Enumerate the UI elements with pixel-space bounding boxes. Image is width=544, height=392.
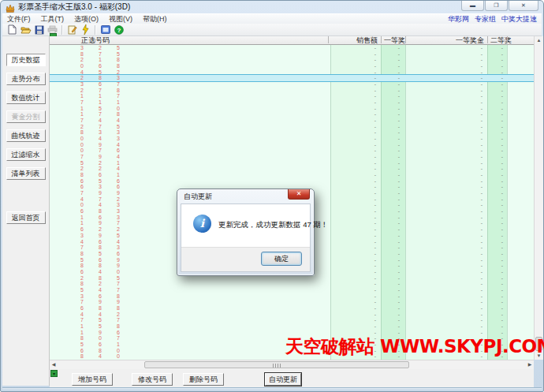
row-digit: 1 [78, 93, 86, 99]
row-placeholder: - [390, 136, 400, 142]
scroll-up-icon[interactable]: ▲ [535, 36, 543, 44]
row-digit: 7 [78, 317, 86, 323]
row-placeholder: - [367, 154, 376, 160]
table-row[interactable]: 043---- [50, 136, 534, 142]
row-placeholder: - [473, 99, 483, 106]
row-digit: 7 [78, 245, 86, 251]
header-divider [405, 36, 406, 43]
minimize-button[interactable]: ▬ [461, 1, 484, 11]
table-row[interactable]: 442---- [50, 312, 534, 318]
row-placeholder: - [494, 312, 503, 318]
menu-link[interactable]: 中奖大提速 [501, 14, 537, 24]
title-bar[interactable]: 彩票圣手缩水王版3.0 - 福彩(3D) ▬ ❐ ✕ [2, 1, 542, 13]
table-row[interactable]: 068---- [50, 63, 534, 69]
row-digit: 5 [114, 51, 122, 58]
menu-item-帮[interactable]: 帮助(H) [143, 15, 167, 23]
row-digit: 5 [114, 233, 122, 239]
sidebar-item-4[interactable]: 曲线轨迹 [6, 129, 46, 142]
menu-link[interactable]: 专家组 [475, 14, 496, 24]
menu-link[interactable]: 华彩网 [448, 14, 469, 24]
menu-item-视[interactable]: 视图(V) [109, 15, 132, 23]
table-row[interactable]: 094---- [50, 142, 534, 148]
sidebar-item-2[interactable]: 数值统计 [6, 91, 46, 104]
table-row[interactable]: 711---- [50, 99, 534, 106]
table-row[interactable]: 744---- [50, 118, 534, 124]
row-placeholder: - [367, 269, 376, 275]
table-row[interactable]: 178---- [50, 111, 534, 118]
header-divider [507, 36, 508, 43]
table-row[interactable]: 827---- [50, 281, 534, 287]
bottom-button-4[interactable]: 自动更新 [265, 373, 301, 386]
row-placeholder: - [367, 93, 376, 99]
table-row[interactable]: 368---- [50, 293, 534, 300]
table-row[interactable]: 547---- [50, 287, 534, 293]
row-placeholder: - [494, 245, 503, 251]
table-row[interactable]: 076---- [50, 147, 534, 154]
close-button[interactable]: ✕ [509, 1, 538, 11]
menu-bar: 文件(F)工具(T)选项(O)视图(V)帮助(H) 华彩网专家组中奖大提速 [2, 13, 542, 24]
lightning-icon[interactable] [80, 24, 91, 35]
table-row[interactable]: 861---- [50, 172, 534, 178]
help-icon[interactable]: ? [113, 24, 125, 35]
table-row[interactable]: 875---- [50, 51, 534, 58]
table-row[interactable]: 283---- [50, 75, 534, 81]
vertical-scrollbar[interactable]: ▲ ▼ [534, 36, 543, 360]
new-icon[interactable] [6, 24, 18, 35]
sidebar-item-3[interactable]: 黄金分割 [6, 110, 46, 123]
menu-item-选[interactable]: 选项(O) [74, 15, 99, 23]
save-icon[interactable] [33, 24, 45, 35]
table-row[interactable]: 688---- [50, 305, 534, 312]
maximize-button[interactable]: ❐ [485, 1, 508, 11]
row-placeholder: - [390, 275, 400, 282]
open-icon[interactable] [20, 24, 32, 35]
ok-button[interactable]: 确定 [261, 252, 302, 266]
bottom-button-3[interactable]: 删除号码 [183, 373, 224, 386]
row-digit: 4 [96, 287, 104, 293]
row-digit: 6 [114, 147, 122, 154]
table-row[interactable]: 833---- [50, 129, 534, 136]
table-row[interactable]: 218---- [50, 57, 534, 63]
table-row[interactable]: 794---- [50, 154, 534, 160]
table-row[interactable]: 150---- [50, 106, 534, 112]
table-row[interactable]: 521---- [50, 160, 534, 166]
row-digit: 8 [96, 263, 104, 269]
dialog-title: 自动更新 [184, 192, 212, 202]
window-icon[interactable] [99, 24, 111, 35]
row-digit: 6 [96, 172, 104, 178]
horizontal-scrollbar-thumb[interactable] [144, 361, 409, 368]
bottom-button-1[interactable]: 增加号码 [72, 373, 113, 386]
menu-item-工[interactable]: 工具(T) [41, 15, 65, 23]
sidebar-item-5[interactable]: 过滤缩水 [6, 148, 46, 161]
table-row[interactable]: 799---- [50, 299, 534, 305]
row-digit: 8 [96, 208, 104, 215]
row-digit: 7 [114, 220, 122, 226]
sidebar-item-home[interactable]: 返回首页 [6, 211, 46, 224]
table-row[interactable]: 224---- [50, 166, 534, 172]
table-row[interactable]: 158---- [50, 323, 534, 330]
edit-icon[interactable] [66, 24, 78, 35]
sidebar-item-6[interactable]: 清单列表 [6, 167, 46, 180]
table-row[interactable]: 325---- [50, 45, 534, 51]
table-row[interactable]: 278---- [50, 88, 534, 94]
table-row[interactable]: 757---- [50, 317, 534, 323]
sidebar-item-0[interactable]: 历史数据 [6, 54, 46, 66]
scroll-right-icon[interactable]: ▶ [526, 360, 534, 369]
horizontal-scrollbar[interactable]: ◀ ▶ [50, 360, 534, 369]
scroll-left-icon[interactable]: ◀ [50, 360, 58, 369]
row-placeholder: - [390, 299, 400, 305]
dialog-close-button[interactable]: ✕ [288, 189, 310, 200]
table-row[interactable]: 275---- [50, 124, 534, 130]
header-divider [328, 36, 329, 43]
row-digit: 5 [96, 106, 104, 112]
table-row[interactable]: 452---- [50, 69, 534, 76]
table-row[interactable]: 367---- [50, 81, 534, 88]
table-row[interactable]: 656---- [50, 178, 534, 185]
header-divider [487, 36, 488, 43]
table-row[interactable]: 117---- [50, 93, 534, 99]
bottom-button-2[interactable]: 修改号码 [132, 373, 173, 386]
row-placeholder: - [494, 57, 503, 63]
collapse-down-control[interactable]: ▾ [50, 370, 58, 377]
row-digit: 8 [114, 323, 122, 330]
sidebar-item-1[interactable]: 走势分布 [6, 73, 46, 85]
menu-item-文[interactable]: 文件(F) [7, 15, 31, 23]
